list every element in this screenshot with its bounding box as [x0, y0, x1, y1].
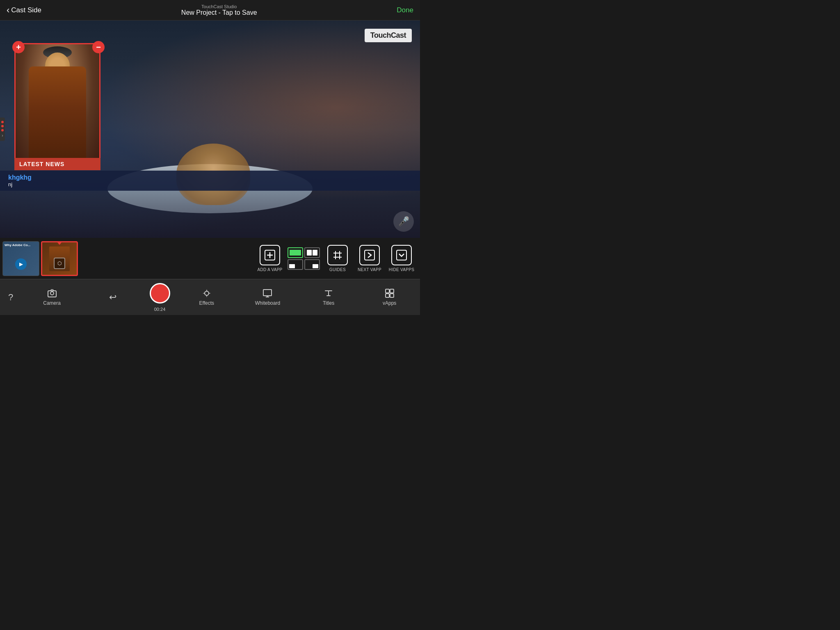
- svg-rect-17: [386, 294, 389, 297]
- mic-icon: 🎤: [398, 216, 409, 227]
- grid-icon: [332, 249, 343, 261]
- nav-help[interactable]: ?: [0, 279, 21, 315]
- portrait-add-button[interactable]: +: [12, 41, 25, 53]
- add-vapp-label: ADD A VAPP: [257, 267, 282, 272]
- layout-pip-left-icon: [289, 264, 295, 268]
- next-vapp-button[interactable]: NEXT VAPP: [355, 245, 384, 272]
- news-ticker: khgkhg nj: [0, 171, 420, 191]
- titles-icon: [324, 288, 333, 298]
- next-vapp-label: NEXT VAPP: [358, 267, 381, 272]
- minus-icon: −: [96, 43, 101, 52]
- svg-point-11: [205, 291, 209, 295]
- back-label: Cast Side: [11, 6, 41, 14]
- layout-row2: [288, 259, 320, 270]
- guides-label: GUIDES: [329, 267, 346, 272]
- layout-full-btn[interactable]: [288, 247, 303, 258]
- layout-pip-right-icon: [313, 264, 318, 268]
- camera-icon: [47, 288, 57, 298]
- header-bar: ‹ Cast Side TouchCast Studio New Project…: [0, 0, 420, 21]
- thumb2-active-indicator: [57, 242, 62, 245]
- side-indicator-dot: [1, 129, 4, 132]
- svg-rect-15: [386, 289, 389, 293]
- project-title: New Project - Tap to Save: [181, 9, 257, 16]
- nav-record[interactable]: 00:24: [144, 279, 176, 315]
- layout-pip-right-btn[interactable]: [304, 259, 320, 270]
- record-timer: 00:24: [154, 307, 166, 312]
- chevron-down-icon: [396, 249, 407, 261]
- effects-icon: [202, 288, 212, 298]
- layout-split-btn[interactable]: [304, 247, 320, 258]
- next-vapp-icon: [359, 245, 380, 265]
- add-vapp-button[interactable]: ADD A VAPP: [256, 245, 284, 272]
- thumb1-play-icon: ▶: [15, 258, 27, 270]
- bottom-nav-bar: ? Camera ↩ 00:24 Effects: [0, 279, 420, 315]
- nav-effects[interactable]: Effects: [176, 279, 237, 315]
- guides-icon: [327, 245, 348, 265]
- side-arrow-icon[interactable]: ›: [2, 133, 3, 138]
- svg-rect-8: [397, 250, 406, 260]
- record-button-container: ↩: [82, 292, 144, 303]
- layout-selector: [288, 247, 320, 270]
- header-center: TouchCast Studio New Project - Tap to Sa…: [181, 4, 257, 16]
- nav-vapps-label: vApps: [383, 300, 396, 306]
- vapps-icon: [385, 288, 395, 298]
- nav-effects-label: Effects: [199, 300, 214, 306]
- ticker-line2: nj: [8, 181, 412, 187]
- nav-titles-label: Titles: [323, 300, 334, 306]
- thumbnail-1[interactable]: Why Adobe Co... ▶: [2, 241, 39, 276]
- svg-rect-16: [390, 289, 394, 293]
- done-button[interactable]: Done: [397, 6, 413, 14]
- nav-whiteboard[interactable]: Whiteboard: [237, 279, 298, 315]
- portrait-vapp[interactable]: [14, 43, 100, 170]
- side-indicator-dot: [1, 121, 4, 123]
- bottom-panel: Why Adobe Co... ▶ ⬡ ADD A VAPP: [0, 238, 420, 279]
- add-vapp-icon: [260, 245, 280, 265]
- plus-icon: +: [16, 43, 21, 52]
- guides-button[interactable]: GUIDES: [323, 245, 352, 272]
- latest-news-text: LATEST NEWS: [19, 161, 64, 167]
- svg-point-9: [50, 292, 54, 295]
- mic-button[interactable]: 🎤: [393, 211, 414, 232]
- layout-left-icon: [307, 250, 312, 256]
- side-indicator-dot: [1, 125, 4, 128]
- latest-news-banner: LATEST NEWS: [14, 158, 100, 170]
- back-button[interactable]: ‹ Cast Side: [7, 5, 41, 16]
- ticker-line1: khgkhg: [8, 174, 412, 181]
- layout-right-icon: [313, 250, 317, 256]
- portrait-remove-button[interactable]: −: [92, 41, 105, 53]
- layout-row1: [288, 247, 320, 258]
- help-icon[interactable]: ?: [0, 292, 21, 303]
- nav-titles[interactable]: Titles: [298, 279, 359, 315]
- hide-vapps-label: HIDE VAPPS: [389, 267, 414, 272]
- spacer: [80, 238, 251, 279]
- back-arrow-icon: ‹: [7, 5, 9, 16]
- layout-full-icon: [290, 250, 301, 256]
- thumb2-icon: ⬡: [54, 258, 65, 269]
- svg-rect-12: [263, 290, 272, 296]
- plus-square-icon: [264, 249, 276, 261]
- next-arrow-icon: [364, 249, 375, 261]
- app-name: TouchCast Studio: [181, 4, 257, 9]
- record-button[interactable]: [150, 283, 170, 304]
- main-viewport: TouchCast + − LATEST NEWS khgkhg nj › 🎤: [0, 21, 420, 238]
- layout-pip-left-btn[interactable]: [288, 259, 303, 270]
- king-body: [29, 66, 86, 169]
- svg-rect-18: [390, 294, 394, 297]
- thumb1-title: Why Adobe Co...: [5, 243, 37, 247]
- touchcast-watermark: TouchCast: [365, 29, 412, 42]
- undo-area: ↩: [109, 292, 116, 303]
- svg-rect-7: [365, 250, 374, 260]
- hide-vapps-icon: [391, 245, 412, 265]
- nav-camera[interactable]: Camera: [21, 279, 82, 315]
- hide-vapps-button[interactable]: HIDE VAPPS: [387, 245, 416, 272]
- right-toolbar: ADD A VAPP: [251, 238, 420, 279]
- nav-camera-label: Camera: [43, 300, 61, 306]
- portrait-image: [16, 44, 99, 169]
- nav-whiteboard-label: Whiteboard: [255, 300, 280, 306]
- thumbnails-strip: Why Adobe Co... ▶ ⬡: [0, 238, 80, 279]
- whiteboard-icon: [262, 288, 272, 298]
- undo-icon[interactable]: ↩: [109, 292, 116, 303]
- thumbnail-2[interactable]: ⬡: [41, 241, 78, 276]
- nav-vapps[interactable]: vApps: [359, 279, 420, 315]
- side-panel-indicator[interactable]: ›: [0, 118, 5, 141]
